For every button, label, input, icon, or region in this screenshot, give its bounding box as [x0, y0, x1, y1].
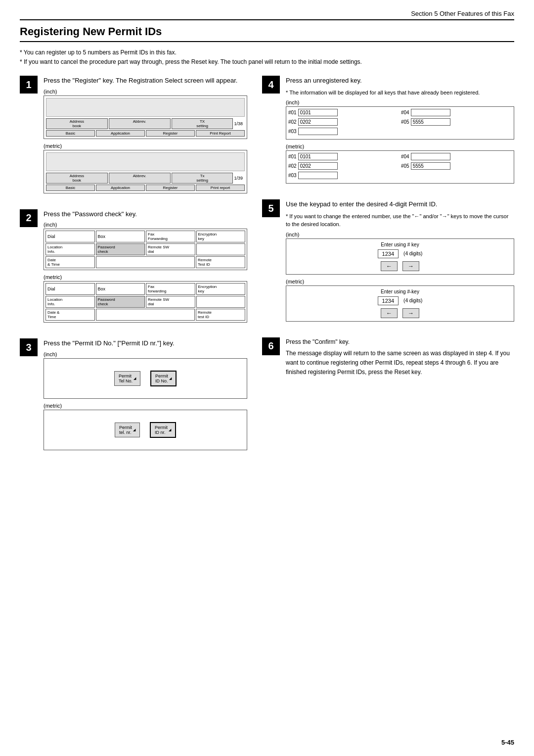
pw-remote-test-inch[interactable]: RemoteTest ID [196, 256, 245, 268]
step5-digit-note-metric: (4 digits) [403, 298, 422, 303]
step5-digit-metric: 1234 [378, 296, 399, 305]
id-field-04-metric[interactable] [411, 153, 450, 160]
pw-remote-sw-inch[interactable]: Remote SWdial [146, 243, 195, 255]
tab-application-inch[interactable]: Application [96, 130, 145, 137]
permit-id-icon-inch: ◢ [169, 377, 172, 380]
step-4-number: 4 [262, 76, 280, 94]
step-6-block: 6 Press the "Confirm" key. The message d… [262, 337, 514, 378]
pw-date-metric[interactable]: Date &Time [45, 309, 95, 321]
step-6-instruction: Press the "Confirm" key. [286, 337, 514, 347]
note-1: * You can register up to 5 numbers as Pe… [20, 48, 514, 57]
page-header: Section 5 Other Features of this Fax [20, 10, 514, 20]
pw-fax-fwd-inch[interactable]: FaxForwarding [146, 231, 195, 242]
page-number: 5-45 [501, 739, 514, 746]
step5-left-arrow-inch[interactable]: ← [381, 261, 398, 271]
step5-inch-screen: Enter using # key 1234 (4 digits) ← → [286, 238, 514, 275]
permit-id-nr-metric[interactable]: PermitID nr. ◢ [150, 422, 176, 438]
step5-left-arrow-metric[interactable]: ← [381, 308, 398, 318]
step4-inch-screen: #01 #04 #02 [286, 106, 514, 140]
id-field-05-metric[interactable] [411, 162, 450, 170]
notes-section: * You can register up to 5 numbers as Pe… [20, 48, 514, 67]
step4-inch-label: (inch) [286, 99, 514, 105]
step-1-number: 1 [20, 76, 38, 94]
pw-location-inch[interactable]: LocationInfo. [45, 243, 95, 255]
pw-dial-metric[interactable]: Dial [45, 283, 95, 295]
permit-tel-icon-inch: ◢ [134, 377, 136, 380]
step5-enter-label-inch: Enter using # key [291, 242, 509, 247]
step-3-instruction: Press the "Permit ID No." ["Permit ID nr… [44, 338, 247, 348]
pw-dial-inch[interactable]: Dial [45, 231, 95, 242]
tab-print-report-metric[interactable]: Print report [196, 185, 245, 191]
tab-register-inch[interactable]: Register [146, 130, 195, 137]
pw-location-metric[interactable]: LocationInfo. [45, 296, 95, 308]
id-field-04-inch[interactable] [411, 109, 450, 116]
pw-fax-fwd-metric[interactable]: Faxforwarding [146, 283, 195, 295]
page-title: Registering New Permit IDs [20, 25, 514, 42]
id-row-03-inch: #03 [288, 128, 399, 135]
permit-tel-no-inch[interactable]: PermitTel No. ◢ [114, 371, 140, 386]
tab-abbrev-inch[interactable]: Abbrev. [109, 118, 171, 129]
note-2: * If you want to cancel the procedure pa… [20, 57, 514, 67]
id-row-05-inch: #05 [401, 118, 512, 126]
step-1-block: 1 Press the "Register" key. The Registra… [20, 76, 247, 197]
pw-password-metric[interactable]: Passwordcheck [96, 296, 145, 308]
tab-tx-setting-inch[interactable]: TXsetting [172, 118, 233, 129]
tab-tx-setting-metric[interactable]: Txsetting [172, 173, 233, 184]
id-field-03-metric[interactable] [298, 172, 338, 179]
id-field-02-metric[interactable] [298, 162, 338, 170]
pw-remote-test-metric[interactable]: Remotetest ID [196, 309, 245, 321]
pw-box-metric[interactable]: Box [96, 283, 145, 295]
id-field-03-inch[interactable] [298, 128, 338, 135]
step5-right-arrow-inch[interactable]: → [402, 261, 419, 271]
tab-address-book-metric[interactable]: Addressbook [46, 173, 108, 184]
header-text: Section 5 Other Features of this Fax [411, 10, 514, 17]
tab-address-book-inch[interactable]: Addressbook [46, 118, 108, 129]
step-4-block: 4 Press an unregistered key. * The infor… [262, 76, 514, 188]
permit-tel-nr-metric[interactable]: Permittel. nr. ◢ [115, 423, 140, 437]
page-num-metric: 1/39 [234, 176, 245, 181]
permit-id-icon-metric: ◢ [169, 428, 171, 432]
id-field-05-inch[interactable] [411, 118, 450, 126]
step3-metric-screen: Permittel. nr. ◢ PermitID nr. ◢ [44, 410, 247, 450]
step5-digit-note-inch: (4 digits) [403, 251, 422, 256]
pw-empty1-metric [196, 296, 246, 308]
pw-remote-sw-metric[interactable]: Remote SWdial [146, 296, 195, 308]
id-field-02-inch[interactable] [298, 118, 338, 126]
step3-inch-label: (inch) [44, 351, 247, 357]
pw-date-inch[interactable]: Date& Time [45, 256, 95, 268]
step-2-number: 2 [20, 209, 38, 227]
pw-password-inch[interactable]: Passwordcheck [96, 243, 145, 255]
step-4-instruction: Press an unregistered key. [286, 76, 514, 86]
step5-inch-label: (inch) [286, 232, 514, 237]
tab-basic-metric[interactable]: Basic [46, 185, 95, 191]
step-2-block: 2 Press the "Password check" key. (inch)… [20, 209, 247, 327]
tab-basic-inch[interactable]: Basic [46, 130, 95, 137]
pw-empty2-inch [96, 256, 195, 268]
permit-id-no-inch[interactable]: PermitID No. ◢ [150, 371, 177, 386]
step3-inch-screen: PermitTel No. ◢ PermitID No. ◢ [44, 358, 247, 399]
id-field-01-inch[interactable] [298, 109, 338, 116]
tab-print-report-inch[interactable]: Print Report [196, 130, 245, 137]
id-row-02-metric: #02 [288, 162, 399, 170]
step5-digit-inch: 1234 [378, 249, 399, 258]
step3-metric-label: (metric) [44, 403, 247, 409]
step-5-block: 5 Use the keypad to enter the desired 4-… [262, 199, 514, 326]
step1-inch-label: (inch) [44, 89, 247, 94]
pw-empty1-inch [196, 243, 246, 255]
id-field-01-metric[interactable] [298, 153, 338, 160]
pw-encrypt-metric[interactable]: Encryptionkey [196, 283, 246, 295]
tab-application-metric[interactable]: Application [96, 185, 145, 191]
tab-abbrev-metric[interactable]: Abbrev. [109, 173, 171, 184]
step-2-instruction: Press the "Password check" key. [44, 209, 247, 219]
step1-metric-label: (metric) [44, 143, 247, 149]
page-num-inch: 1/38 [234, 121, 245, 126]
step2-metric-label: (metric) [44, 274, 247, 280]
tab-register-metric[interactable]: Register [146, 185, 195, 191]
pw-box-inch[interactable]: Box [96, 231, 145, 242]
id-row-02-inch: #02 [288, 118, 399, 126]
step5-right-arrow-metric[interactable]: → [402, 308, 419, 318]
step-3-number: 3 [20, 338, 38, 356]
step1-inch-screen: Addressbook Abbrev. TXsetting 1/38 Basic… [44, 95, 247, 139]
step2-inch-label: (inch) [44, 222, 247, 228]
pw-encrypt-inch[interactable]: Encryptionkey [196, 231, 246, 242]
